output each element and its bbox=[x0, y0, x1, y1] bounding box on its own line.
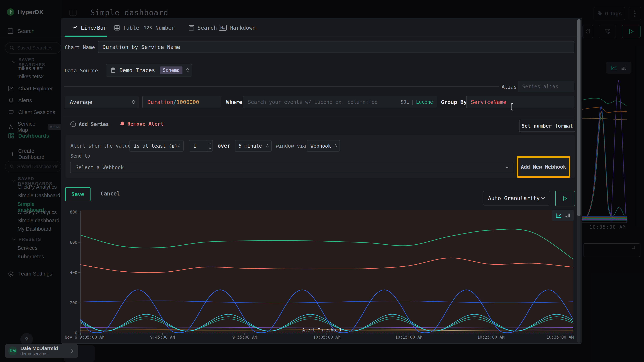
svg-text:Alert Threshold: Alert Threshold bbox=[302, 328, 341, 333]
svg-text:Nov 6 9:35:00 AM: Nov 6 9:35:00 AM bbox=[65, 335, 104, 340]
bell-icon bbox=[120, 121, 125, 127]
select-chevrons-icon bbox=[334, 144, 337, 148]
select-chevrons-icon bbox=[178, 144, 180, 148]
alert-over-label: over bbox=[218, 143, 230, 149]
preview-chart[interactable]: 0200400600800Nov 6 9:35:00 AM9:45:00 AM9… bbox=[64, 209, 574, 341]
database-icon bbox=[110, 67, 116, 73]
alias-input[interactable]: Series alias bbox=[518, 81, 574, 92]
user-subtitle: demo-service - bbox=[20, 351, 58, 356]
circle-plus-icon bbox=[70, 121, 76, 127]
alert-window-select[interactable]: 5 minute bbox=[235, 140, 272, 152]
chart-name-input[interactable]: Duration by Service Name bbox=[98, 41, 574, 53]
where-input[interactable]: Search your events w/ Lucene ex. column:… bbox=[243, 96, 437, 108]
remove-alert-button[interactable]: Remove Alert bbox=[120, 121, 164, 127]
alert-prefix-label: Alert when the value bbox=[70, 143, 131, 149]
svg-text:10:25:00 AM: 10:25:00 AM bbox=[477, 335, 504, 340]
svg-text:800: 800 bbox=[70, 210, 77, 214]
tab-line-bar[interactable]: Line/Bar bbox=[72, 25, 107, 31]
markdown-icon: M↓ bbox=[219, 25, 227, 31]
bar-chart-icon bbox=[565, 213, 570, 218]
avatar-initials: DM bbox=[10, 349, 16, 353]
tab-markdown[interactable]: M↓ Markdown bbox=[219, 25, 256, 31]
number-icon: 123 bbox=[144, 25, 152, 30]
svg-text:10:35:00 AM: 10:35:00 AM bbox=[546, 335, 574, 340]
text-cursor-icon bbox=[510, 103, 514, 111]
send-to-label: Send to bbox=[70, 153, 90, 159]
play-icon bbox=[563, 196, 568, 201]
svg-text:10:15:00 AM: 10:15:00 AM bbox=[395, 335, 422, 340]
svg-text:600: 600 bbox=[70, 240, 77, 245]
cancel-button[interactable]: Cancel bbox=[100, 190, 120, 197]
select-chevrons-icon bbox=[266, 144, 269, 148]
section-divider bbox=[64, 116, 574, 116]
webhook-select[interactable]: Select a Webhook bbox=[70, 162, 514, 173]
svg-text:200: 200 bbox=[70, 301, 77, 305]
alert-condition-select[interactable]: is at least (≥) bbox=[130, 140, 184, 152]
field-input[interactable]: Duration/1000000 bbox=[142, 96, 221, 108]
svg-text:9:55:00 AM: 9:55:00 AM bbox=[232, 335, 257, 340]
tabs-underline bbox=[61, 36, 582, 36]
select-chevrons-icon bbox=[132, 100, 135, 104]
add-series-button[interactable]: Add Series bbox=[70, 121, 109, 127]
user-name: Dale McDiarmid bbox=[20, 346, 58, 351]
select-chevrons-icon bbox=[186, 68, 189, 72]
chevron-right-icon bbox=[70, 348, 74, 354]
group-by-label: Group By bbox=[441, 99, 467, 105]
group-by-input[interactable]: ServiceName bbox=[466, 96, 574, 108]
chevron-down-icon bbox=[506, 166, 509, 169]
tab-number[interactable]: 123 Number bbox=[144, 25, 175, 31]
preview-run-button[interactable] bbox=[555, 191, 575, 206]
series-divider bbox=[64, 86, 499, 87]
tab-search[interactable]: Search bbox=[188, 25, 217, 31]
line-chart-icon bbox=[556, 213, 562, 218]
avatar: DM bbox=[8, 347, 17, 356]
chart-edit-modal: Line/Bar Table 123 Number Search M↓ Mark… bbox=[61, 18, 582, 344]
add-new-webhook-button[interactable]: Add New Webhook bbox=[517, 156, 570, 178]
data-source-select[interactable]: Demo Traces Schema bbox=[106, 64, 192, 76]
modal-scrollbar-track[interactable] bbox=[577, 19, 580, 343]
save-button[interactable]: Save bbox=[65, 187, 90, 201]
schema-badge: Schema bbox=[160, 66, 182, 74]
where-label: Where bbox=[226, 99, 242, 105]
aggregation-select[interactable]: Average bbox=[65, 96, 138, 108]
number-stepper[interactable] bbox=[207, 141, 212, 151]
alert-via-label: window via bbox=[276, 143, 306, 149]
tab-table[interactable]: Table bbox=[114, 25, 139, 31]
line-chart-icon bbox=[72, 25, 78, 30]
chevron-down-icon bbox=[541, 197, 546, 199]
modal-scrollbar-thumb[interactable] bbox=[577, 19, 580, 216]
active-tab-indicator bbox=[64, 35, 107, 37]
granularity-select[interactable]: Auto Granularity bbox=[483, 191, 550, 205]
chart-name-label: Chart Name bbox=[65, 44, 95, 50]
data-source-label: Data Source bbox=[65, 68, 98, 74]
alert-channel-select[interactable]: Webhook bbox=[306, 140, 340, 152]
svg-text:400: 400 bbox=[70, 270, 77, 275]
alert-value-input[interactable]: 1 bbox=[189, 140, 213, 152]
table-icon bbox=[114, 25, 120, 31]
alias-label: Alias bbox=[502, 84, 517, 90]
chart-type-toggle[interactable] bbox=[552, 210, 574, 221]
set-number-format-button[interactable]: Set number format bbox=[519, 120, 575, 132]
svg-text:10:05:00 AM: 10:05:00 AM bbox=[313, 335, 340, 340]
user-card[interactable]: DM Dale McDiarmid demo-service - bbox=[5, 344, 78, 358]
lucene-toggle[interactable]: Lucene bbox=[416, 99, 433, 105]
svg-text:9:45:00 AM: 9:45:00 AM bbox=[150, 335, 175, 340]
sql-toggle[interactable]: SQL bbox=[400, 99, 409, 105]
list-icon bbox=[188, 25, 194, 31]
